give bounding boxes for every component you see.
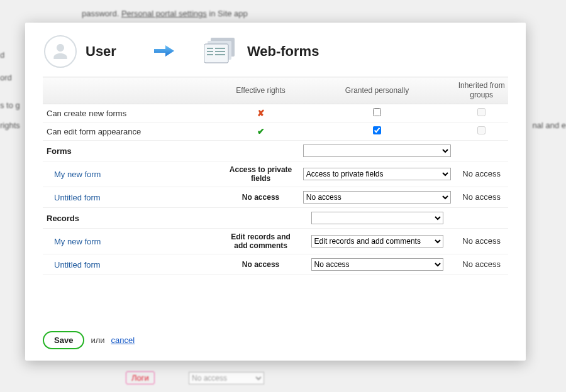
user-avatar-icon: [44, 35, 77, 68]
access-select[interactable]: Access to private fields: [303, 168, 452, 180]
svg-rect-2: [204, 44, 228, 63]
effective-value: No access: [222, 254, 299, 275]
records-global-select[interactable]: [311, 212, 443, 224]
granted-checkbox[interactable]: [373, 126, 381, 134]
svg-rect-4: [207, 51, 213, 52]
section-title: Records: [43, 208, 222, 229]
access-select[interactable]: No access: [311, 258, 443, 271]
section-forms: Forms: [43, 141, 508, 161]
arrow-right-icon: [154, 43, 174, 60]
effective-value: Edit records and add comments: [222, 229, 299, 254]
col-granted: Granted personally: [299, 77, 455, 104]
svg-rect-3: [207, 48, 213, 49]
or-text: или: [91, 335, 104, 345]
row-forms-item: Untitled form No access No access No acc…: [43, 187, 508, 208]
check-icon: ✔: [257, 126, 265, 136]
save-button[interactable]: Save: [43, 331, 84, 349]
svg-rect-8: [215, 54, 225, 55]
modal-footer: Save или cancel: [43, 331, 135, 349]
inherited-value: No access: [455, 229, 508, 254]
item-label: My new form: [43, 161, 222, 187]
inherited-checkbox: [477, 126, 486, 134]
user-title: User: [86, 43, 116, 60]
modal-header: User Web-forms: [43, 35, 508, 68]
access-select[interactable]: Edit records and add comments: [311, 235, 443, 248]
row-can-edit: Can edit form appearance ✔: [43, 122, 508, 141]
item-label: Untitled form: [43, 254, 222, 275]
svg-rect-7: [215, 51, 225, 52]
row-can-create: Can create new forms ✘: [43, 104, 508, 122]
section-records: Records: [43, 208, 508, 229]
bg-text: password. Personal portal settings in Si…: [82, 9, 248, 18]
permissions-modal: User Web-forms Effective rights Granted …: [25, 23, 526, 361]
cancel-link[interactable]: cancel: [111, 335, 135, 345]
inherited-value: No access: [455, 161, 508, 187]
item-label: My new form: [43, 229, 222, 254]
permissions-table: Effective rights Granted personally Inhe…: [43, 77, 508, 275]
col-name: [43, 77, 222, 104]
row-records-item: My new form Edit records and add comment…: [43, 229, 508, 254]
col-effective: Effective rights: [222, 77, 299, 104]
inherited-value: No access: [455, 254, 508, 275]
granted-checkbox[interactable]: [373, 108, 381, 116]
col-inherited: Inherited from groups: [455, 77, 508, 104]
row-forms-item: My new form Access to private fields Acc…: [43, 161, 508, 187]
svg-rect-6: [215, 48, 225, 49]
svg-rect-5: [207, 54, 213, 55]
row-records-item: Untitled form No access No access No acc…: [43, 254, 508, 275]
access-select[interactable]: No access: [303, 191, 452, 204]
item-label: Untitled form: [43, 187, 222, 208]
bg-tag: Логи: [126, 371, 155, 384]
effective-value: Access to private fields: [222, 161, 299, 187]
inherited-value: No access: [455, 187, 508, 208]
bg-link: Personal portal settings: [121, 9, 207, 18]
target-title: Web-forms: [247, 43, 319, 60]
forms-global-select[interactable]: [303, 144, 452, 157]
perm-label: Can create new forms: [43, 104, 222, 122]
cross-icon: ✘: [257, 108, 265, 118]
webforms-icon: [204, 38, 238, 66]
perm-label: Can edit form appearance: [43, 122, 222, 141]
section-title: Forms: [43, 141, 222, 161]
inherited-checkbox: [477, 108, 486, 116]
effective-value: No access: [222, 187, 299, 208]
